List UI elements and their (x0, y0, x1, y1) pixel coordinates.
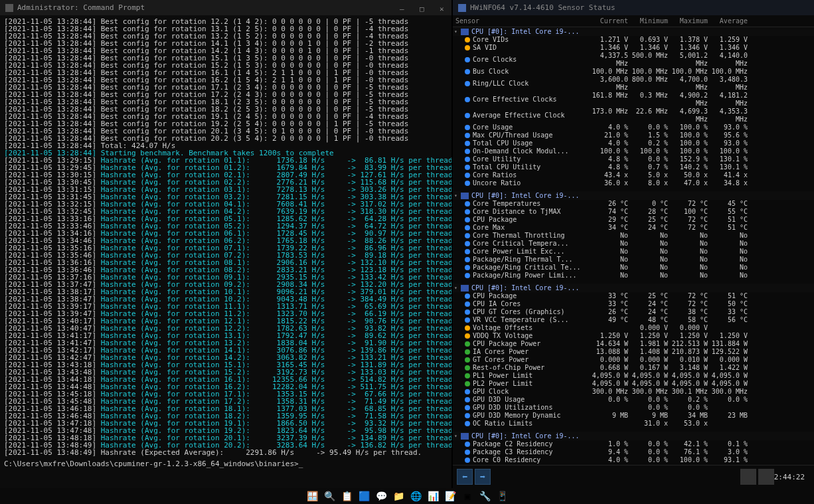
sensor-row[interactable]: PL1 Power Limit4,095.0 W4,095.0 W4,095.0… (453, 372, 814, 380)
hwinfo-title: HWiNFO64 v7.14-4610 Sensor Status (470, 3, 615, 12)
taskbar-icon[interactable]: 🟦 (358, 490, 370, 502)
maximize-button[interactable]: □ (420, 5, 426, 11)
sensor-row[interactable]: Core Max34 °C24 °C72 °C51 °C (453, 224, 814, 232)
sensor-row[interactable]: Rest-of-Chip Power0.668 W0.167 W3.148 W1… (453, 364, 814, 372)
sensor-row[interactable]: SA VID1.346 V1.346 V1.346 V1.346 V (453, 44, 814, 52)
hwinfo-window: HWiNFO64 v7.14-4610 Sensor Status Sensor… (453, 0, 814, 488)
sensor-row[interactable]: GPU D3D Usage0.0 %0.0 %0.2 %0.0 % (453, 396, 814, 404)
sensor-row[interactable]: Core Thermal ThrottlingNoNoNoNo (453, 232, 814, 240)
sensor-row[interactable]: CPU GT Cores (Graphics)26 °C24 °C38 °C33… (453, 308, 814, 316)
sensor-row[interactable]: On-Demand Clock Modul...100.0 %100.0 %10… (453, 147, 814, 155)
sensor-row[interactable]: Package/Ring Critical Te...NoNoNoNo (453, 264, 814, 272)
sensor-row[interactable]: Uncore Ratio36.0 x8.0 x47.0 x34.8 x (453, 179, 814, 187)
sensor-row[interactable]: Package C3 Residency9.4 %0.0 %76.1 %3.0 … (453, 448, 814, 456)
close-button[interactable]: ✕ (440, 5, 446, 11)
taskbar[interactable]: 🪟🔍📋🟦💬📁🌐📊📝▣🔧📱 (0, 488, 814, 504)
console-output[interactable]: [2021-11-05 13:28:44] Best config for ro… (0, 15, 451, 470)
cmd-icon (5, 4, 13, 12)
minimize-button[interactable]: — (400, 5, 406, 11)
sensor-row[interactable]: PL2 Power Limit4,095.0 W4,095.0 W4,095.0… (453, 380, 814, 388)
taskbar-icon[interactable]: 🪟 (306, 490, 318, 502)
hwinfo-icon (458, 4, 466, 12)
sensor-group[interactable]: ▾CPU [#0]: Intel Core i9-... (453, 432, 814, 440)
sensor-row[interactable]: Core Temperatures26 °C0 °C72 °C45 °C (453, 200, 814, 208)
sensor-row[interactable]: VR VCC Temperature (S...49 °C48 °C58 °C5… (453, 316, 814, 324)
taskbar-icon[interactable]: 🌐 (410, 490, 422, 502)
sensor-row[interactable]: Average Effective Clock173.0 MHz22.6 MHz… (453, 108, 814, 124)
sensor-row[interactable]: OC Ratio Limits31.0 x53.0 x (453, 420, 814, 428)
sensor-row[interactable]: CPU Package Power14.634 W1.981 W212.513 … (453, 340, 814, 348)
sensor-row[interactable]: Max CPU/Thread Usage21.0 %1.5 %100.0 %95… (453, 131, 814, 139)
sensor-row[interactable]: Package C2 Residency1.0 %0.0 %42.1 %0.1 … (453, 440, 814, 448)
sensor-row[interactable]: Package/Ring Power Limi...NoNoNoNo (453, 272, 814, 280)
cmd-window: Administrator: Command Prompt — □ ✕ [202… (0, 0, 451, 488)
sensor-row[interactable]: Total CPU Usage4.0 %0.2 %100.0 %93.0 % (453, 139, 814, 147)
taskbar-icon[interactable]: 📋 (341, 490, 353, 502)
sensor-row[interactable]: Core Power Limit Exc...NoNoNoNo (453, 248, 814, 256)
taskbar-icon[interactable]: 📁 (392, 490, 404, 502)
taskbar-icon[interactable]: 🔍 (323, 490, 335, 502)
sensor-group[interactable]: ▾CPU [#0]: Intel Core i9-... (453, 284, 814, 292)
sensor-row[interactable]: GPU Clock300.0 MHz300.0 MHz300.1 MHz300.… (453, 388, 814, 396)
sensor-row[interactable]: Package/Ring Thermal T...NoNoNoNo (453, 256, 814, 264)
sensor-row[interactable]: Total CPU Utility4.8 %0.7 %140.2 %130.1 … (453, 163, 814, 171)
taskbar-icon[interactable]: 📊 (427, 490, 439, 502)
sensor-row[interactable]: GT Cores Power0.000 W0.000 W0.010 W0.000… (453, 356, 814, 364)
sensor-row[interactable]: GPU D3D Memory Dynamic9 MB9 MB34 MB23 MB (453, 412, 814, 420)
nav-prev-button[interactable]: ⬅ (457, 469, 473, 485)
taskbar-icon[interactable]: ▣ (461, 490, 473, 502)
sensor-group[interactable]: ▾CPU [#0]: Intel Core i9-... (453, 191, 814, 200)
sensor-row[interactable]: GPU D3D Utilizations0.0 %0.0 % (453, 404, 814, 412)
config-icon[interactable] (758, 469, 774, 485)
sensor-row[interactable]: Voltage Offsets0.000 V0.000 V (453, 324, 814, 332)
sensor-row[interactable]: Core Utility4.8 %0.0 %152.9 %130.1 % (453, 155, 814, 163)
display-icon[interactable] (740, 469, 756, 485)
sensor-row[interactable]: Core Effective Clocks161.8 MHz0.3 MHz4,9… (453, 92, 814, 108)
nav-next-button[interactable]: ➡ (475, 469, 491, 485)
clock: 2:44:22 (774, 473, 805, 481)
sensor-row[interactable]: CPU Package29 °C25 °C72 °C51 °C (453, 216, 814, 224)
sensor-row[interactable]: CPU Package33 °C25 °C72 °C51 °C (453, 292, 814, 300)
sensor-row[interactable]: IA Cores Power13.088 W1.408 W210.873 W12… (453, 348, 814, 356)
sensor-row[interactable]: Bus Clock100.0 MHz100.0 MHz100.0 MHz100.… (453, 68, 814, 76)
sensor-row[interactable]: Core VIDs1.271 V0.693 V1.378 V1.259 V (453, 36, 814, 44)
sensor-group[interactable]: ▾CPU [#0]: Intel Core i9-... (453, 27, 814, 36)
taskbar-icon[interactable]: 📱 (496, 490, 508, 502)
sensor-row[interactable]: Core Usage4.0 %0.0 %100.0 %93.0 % (453, 124, 814, 131)
cmd-titlebar[interactable]: Administrator: Command Prompt — □ ✕ (0, 0, 451, 15)
sensor-row[interactable]: Core Distance to TjMAX74 °C28 °C100 °C55… (453, 208, 814, 216)
sensor-row[interactable]: Ring/LLC Clock3,600.0 MHz800.0 MHz4,700.… (453, 76, 814, 92)
hwinfo-footer: ⬅ ➡ 2:44:22 (453, 465, 814, 488)
sensor-list[interactable]: ▾CPU [#0]: Intel Core i9-...Core VIDs1.2… (453, 27, 814, 480)
sensor-row[interactable]: Core C0 Residency4.0 %0.0 %100.0 %93.1 % (453, 456, 814, 464)
sensor-row[interactable]: CPU IA Cores33 °C24 °C72 °C50 °C (453, 300, 814, 308)
sensor-row[interactable]: VDDQ TX Voltage1.250 V1.250 V1.250 V1.25… (453, 332, 814, 340)
cmd-title: Administrator: Command Prompt (17, 3, 145, 12)
sensor-header[interactable]: Sensor Current Minimum Maximum Average (453, 15, 814, 27)
sensor-row[interactable]: Core Critical Tempera...NoNoNoNo (453, 240, 814, 248)
sensor-row[interactable]: Core Clocks4,337.5 MHz500.0 MHz5,001.2 M… (453, 52, 814, 68)
hwinfo-titlebar[interactable]: HWiNFO64 v7.14-4610 Sensor Status (453, 0, 814, 15)
taskbar-icon[interactable]: 🔧 (479, 490, 491, 502)
sensor-row[interactable]: Core Ratios43.4 x5.0 x50.0 x41.4 x (453, 171, 814, 179)
taskbar-icon[interactable]: 💬 (375, 490, 387, 502)
taskbar-icon[interactable]: 📝 (444, 490, 456, 502)
